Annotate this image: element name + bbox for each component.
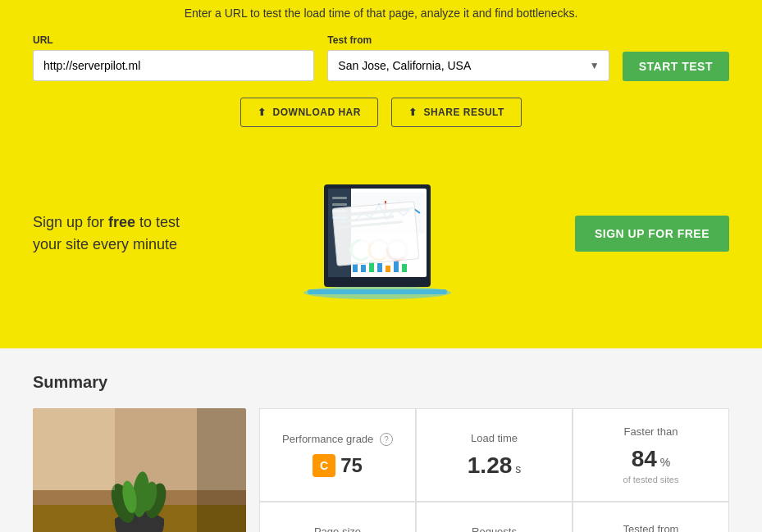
share-result-label: SHARE RESULT — [423, 107, 504, 118]
summary-grid: Performance grade ? C 75 Load time 1.28 … — [33, 408, 729, 532]
screenshot-placeholder — [33, 408, 246, 532]
svg-rect-21 — [377, 263, 382, 272]
faster-than-card: Faster than 84 % of tested sites — [573, 408, 729, 502]
svg-rect-23 — [394, 261, 399, 272]
performance-grade-label: Performance grade ? — [282, 433, 393, 447]
screenshot-card — [33, 408, 246, 532]
url-label: URL — [33, 34, 314, 46]
tested-from-label: Tested from — [623, 523, 679, 533]
page-size-label: Page size — [314, 525, 361, 533]
performance-grade-card: Performance grade ? C 75 — [259, 408, 416, 502]
svg-rect-22 — [386, 266, 390, 272]
svg-rect-6 — [332, 203, 347, 206]
subtitle: Enter a URL to test the load time of tha… — [33, 0, 729, 34]
svg-rect-39 — [197, 408, 246, 532]
grade-badge: C — [313, 454, 335, 477]
svg-rect-5 — [332, 197, 347, 199]
load-time-unit: s — [515, 462, 521, 475]
metrics-grid: Performance grade ? C 75 Load time 1.28 … — [259, 408, 729, 532]
url-row: URL Test from San Jose, California, USA … — [33, 34, 729, 81]
faster-than-value: 84 — [632, 446, 657, 471]
page-size-card: Page size 297.8 kB — [259, 502, 416, 532]
promo-section: Sign up for free to testyour site every … — [33, 152, 729, 316]
faster-than-unit: % — [660, 456, 670, 469]
help-icon[interactable]: ? — [380, 433, 393, 446]
grade-value: 75 — [340, 454, 363, 477]
load-time-label: Load time — [471, 432, 518, 444]
load-time-value: 1.28 — [468, 452, 513, 478]
start-test-button[interactable]: START TEST — [623, 52, 729, 81]
test-from-select[interactable]: San Jose, California, USA New York, USA … — [327, 50, 609, 81]
faster-than-sub: of tested sites — [623, 475, 679, 484]
faster-than-label: Faster than — [624, 425, 678, 438]
share-result-button[interactable]: ⬆ SHARE RESULT — [391, 98, 522, 127]
summary-section: Summary — [0, 348, 762, 532]
promo-text-bold: free — [108, 214, 135, 230]
svg-rect-1 — [308, 289, 447, 294]
promo-illustration — [279, 168, 476, 299]
share-icon: ⬆ — [408, 107, 418, 118]
download-har-button[interactable]: ⬆ DOWNLOAD HAR — [240, 98, 378, 127]
tested-from-card: Tested from 🇺🇸 San Jose on Nov 25 at 18:… — [573, 502, 729, 532]
load-time-value-row: 1.28 s — [468, 452, 521, 479]
requests-label: Requests — [472, 525, 517, 533]
url-group: URL — [33, 34, 314, 81]
requests-card: Requests 14 — [416, 502, 573, 532]
svg-rect-19 — [361, 265, 366, 272]
download-icon: ⬆ — [258, 107, 267, 118]
svg-rect-38 — [33, 408, 115, 490]
load-time-card: Load time 1.28 s — [416, 408, 573, 502]
action-buttons: ⬆ DOWNLOAD HAR ⬆ SHARE RESULT — [33, 98, 729, 127]
test-from-label: Test from — [327, 34, 609, 46]
svg-rect-24 — [402, 264, 407, 272]
grade-row: C 75 — [313, 454, 363, 477]
test-from-group: Test from San Jose, California, USA New … — [327, 34, 609, 81]
faster-than-value-row: 84 % — [632, 446, 671, 472]
signup-button[interactable]: SIGN UP FOR FREE — [575, 216, 729, 252]
yellow-section: Enter a URL to test the load time of tha… — [0, 0, 762, 348]
download-har-label: DOWNLOAD HAR — [273, 107, 361, 118]
promo-text-prefix: Sign up for — [33, 214, 108, 230]
summary-title: Summary — [33, 373, 729, 392]
url-input[interactable] — [33, 50, 314, 81]
test-from-wrapper: San Jose, California, USA New York, USA … — [327, 50, 609, 81]
promo-text: Sign up for free to testyour site every … — [33, 211, 180, 256]
